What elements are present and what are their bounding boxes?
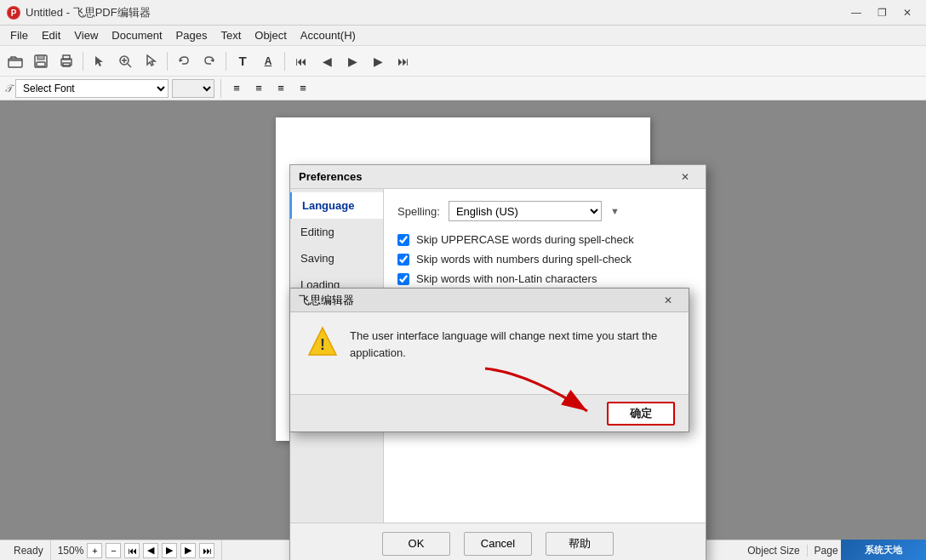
spelling-row: Spelling: English (US) English (UK) Fren… — [397, 201, 692, 221]
tb-text[interactable]: T — [231, 49, 254, 73]
nav-prev-button[interactable]: ◀ — [143, 543, 158, 558]
alert-message: The user interface language will change … — [350, 326, 672, 361]
alert-footer: 确定 — [290, 394, 689, 431]
nav-play-button[interactable]: ▶ — [162, 543, 177, 558]
tb-save[interactable] — [29, 49, 53, 73]
sidebar-item-language[interactable]: Language — [290, 192, 383, 219]
sidebar-item-editing[interactable]: Editing — [290, 219, 383, 245]
app-title: Untitled - 飞思PDF编辑器 — [26, 5, 151, 20]
app-icon: P — [7, 6, 20, 20]
checkbox-row-2: Skip words with numbers during spell-che… — [397, 253, 692, 266]
align-left-button[interactable]: ≡ — [227, 79, 246, 98]
align-right-button[interactable]: ≡ — [272, 79, 290, 98]
cancel-button[interactable]: Cancel — [464, 532, 532, 556]
tb-nav-start[interactable]: ⏮ — [289, 49, 313, 73]
toolbar-separator-4 — [284, 52, 285, 71]
watermark: 系统天地 — [841, 540, 926, 560]
spelling-label: Spelling: — [397, 205, 440, 218]
ok-button[interactable]: OK — [382, 532, 450, 556]
svg-text:P: P — [11, 9, 17, 18]
svg-text:!: ! — [320, 336, 325, 353]
svg-rect-4 — [37, 55, 44, 60]
tb-open[interactable] — [3, 49, 27, 73]
toolbar-separator-3 — [226, 52, 226, 71]
checkbox-row-3: Skip words with non-Latin characters — [397, 272, 692, 285]
nav-first-button[interactable]: ⏮ — [124, 543, 140, 558]
menu-pages[interactable]: Pages — [169, 26, 214, 45]
main-toolbar: T A ⏮ ◀ ▶ ▶ ⏭ — [0, 46, 926, 77]
font-icon: 𝒯 — [5, 83, 12, 94]
tb-select[interactable] — [88, 49, 111, 73]
font-selector[interactable]: Select Font — [15, 79, 169, 98]
align-justify-button[interactable]: ≡ — [294, 79, 312, 98]
close-button[interactable]: ✕ — [895, 3, 919, 22]
tb-text2[interactable]: A — [256, 49, 280, 73]
menu-account[interactable]: Account(H) — [294, 26, 363, 45]
tb-play[interactable]: ▶ — [340, 49, 364, 73]
svg-rect-8 — [63, 63, 70, 66]
tb-undo[interactable] — [172, 49, 196, 73]
preferences-title-bar: Preferences ✕ — [290, 165, 706, 189]
checkbox-row-1: Skip UPPERCASE words during spell-check — [397, 233, 692, 246]
font-size-selector[interactable] — [172, 79, 214, 98]
menu-edit[interactable]: Edit — [35, 26, 67, 45]
alert-title: 飞思编辑器 — [299, 293, 354, 308]
align-center-button[interactable]: ≡ — [249, 79, 268, 98]
alert-body: ! The user interface language will chang… — [290, 312, 689, 394]
status-ready: Ready — [7, 540, 51, 560]
menu-object[interactable]: Object — [248, 26, 294, 45]
menu-bar: File Edit View Document Pages Text Objec… — [0, 26, 926, 46]
toolbar-separator-2 — [167, 52, 168, 71]
title-bar: P Untitled - 飞思PDF编辑器 — ❐ ✕ — [0, 0, 926, 26]
tb-nav-prev[interactable]: ◀ — [315, 49, 339, 73]
nav-last-button[interactable]: ⏭ — [199, 543, 214, 558]
checkbox-numbers-label: Skip words with numbers during spell-che… — [416, 253, 632, 266]
checkbox-non-latin-label: Skip words with non-Latin characters — [416, 272, 597, 285]
zoom-level-text: 150% — [58, 545, 84, 557]
title-bar-left: P Untitled - 飞思PDF编辑器 — [7, 5, 151, 20]
tb-nav-end[interactable]: ⏭ — [392, 49, 415, 73]
object-size-section: Object Size — [740, 545, 807, 557]
help-button[interactable]: 帮助 — [546, 532, 614, 556]
object-size-text: Object Size — [747, 545, 799, 557]
tb-print[interactable] — [54, 49, 78, 73]
menu-view[interactable]: View — [67, 26, 105, 45]
alert-close-button[interactable]: ✕ — [656, 291, 680, 310]
minimize-button[interactable]: — — [844, 3, 868, 22]
menu-document[interactable]: Document — [105, 26, 169, 45]
dropdown-arrow-icon: ▼ — [610, 206, 620, 216]
checkbox-numbers[interactable] — [397, 254, 409, 266]
preferences-footer: OK Cancel 帮助 — [290, 523, 706, 560]
spelling-select[interactable]: English (US) English (UK) French German — [449, 201, 602, 221]
svg-rect-5 — [37, 62, 45, 66]
checkbox-uppercase[interactable] — [397, 234, 409, 246]
tb-redo[interactable] — [197, 49, 221, 73]
window-controls: — ❐ ✕ — [844, 3, 919, 22]
tb-nav-next[interactable]: ▶ — [366, 49, 390, 73]
menu-file[interactable]: File — [3, 26, 35, 45]
restore-button[interactable]: ❐ — [870, 3, 894, 22]
svg-line-10 — [128, 64, 131, 67]
zoom-out-button[interactable]: − — [106, 543, 121, 558]
watermark-text: 系统天地 — [865, 544, 902, 557]
main-content: Preferences ✕ Language Editing Saving Lo… — [0, 100, 926, 540]
svg-rect-7 — [63, 55, 70, 60]
checkbox-uppercase-label: Skip UPPERCASE words during spell-check — [416, 233, 634, 246]
toolbar-separator-1 — [83, 52, 83, 71]
warning-icon: ! — [307, 326, 338, 357]
sidebar-item-saving[interactable]: Saving — [290, 245, 383, 271]
status-ready-text: Ready — [14, 545, 43, 557]
nav-next-button[interactable]: ▶ — [180, 543, 196, 558]
confirm-button[interactable]: 确定 — [607, 402, 675, 426]
alert-dialog: 飞思编辑器 ✕ ! The user interface language wi… — [289, 288, 689, 432]
zoom-in-button[interactable]: + — [87, 543, 102, 558]
status-right: Object Size Page Size Preview 系统天地 — [740, 545, 919, 557]
preferences-close-button[interactable]: ✕ — [673, 168, 697, 186]
checkbox-non-latin[interactable] — [397, 273, 409, 285]
tb-pointer[interactable] — [139, 49, 163, 73]
alert-title-bar: 飞思编辑器 ✕ — [290, 289, 689, 312]
tb-zoom[interactable] — [113, 49, 137, 73]
menu-text[interactable]: Text — [214, 26, 248, 45]
font-toolbar: 𝒯 Select Font ≡ ≡ ≡ ≡ — [0, 77, 926, 100]
font-separator — [220, 79, 221, 98]
